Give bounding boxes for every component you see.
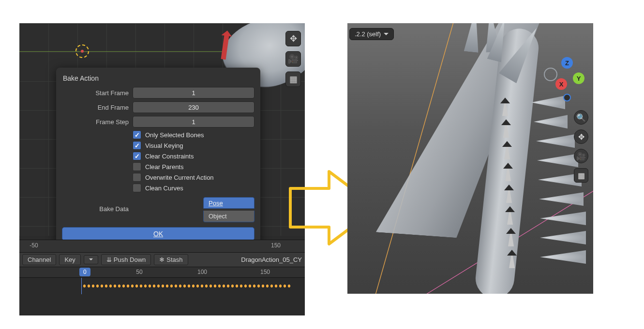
- gizmo-ring-icon: [544, 68, 557, 81]
- grid-toggle-icon[interactable]: ▦: [285, 72, 301, 87]
- right-screenshot: .2.2 (self) Z: [347, 23, 593, 294]
- pan-icon[interactable]: ✥: [574, 129, 588, 144]
- pan-icon[interactable]: ✥: [285, 31, 301, 46]
- keyframe-strip[interactable]: [19, 278, 305, 294]
- axis-y-button[interactable]: Y: [573, 72, 584, 84]
- snowflake-icon: ❄: [159, 256, 165, 263]
- keyframes[interactable]: [82, 284, 290, 288]
- channel-menu[interactable]: Channel: [22, 254, 56, 265]
- clear-parents-label: Clear Parents: [145, 163, 183, 171]
- frame-step-field[interactable]: 1: [133, 116, 255, 128]
- zoom-icon[interactable]: 🔍: [574, 110, 588, 125]
- axis-z-button[interactable]: Z: [561, 57, 573, 69]
- ruler-frames[interactable]: 0 50 100 150: [19, 267, 305, 278]
- ruler-tick: 100: [197, 269, 207, 275]
- bake-data-object-option[interactable]: Object: [203, 211, 255, 222]
- ruler-tick: 150: [260, 269, 270, 275]
- bake-data-label: Bake Data: [62, 205, 129, 213]
- action-editor-toolbar: Channel Key ⇊Push Down ❄Stash DragonActi…: [19, 253, 305, 267]
- clear-constraints-label: Clear Constraints: [145, 153, 194, 160]
- left-screenshot: ✥ 🎥 ▦ Bake Action Start Frame 1 End Fram…: [19, 23, 305, 315]
- stash-button[interactable]: ❄Stash: [154, 254, 188, 265]
- start-frame-label: Start Frame: [62, 89, 129, 97]
- cursor-3d-icon: [75, 44, 89, 58]
- chevron-down-icon: [89, 258, 93, 262]
- axis-neg-z-button[interactable]: [563, 94, 571, 101]
- key-menu[interactable]: Key: [59, 254, 80, 265]
- start-frame-field[interactable]: 1: [133, 87, 255, 99]
- action-name-field[interactable]: DragonAction_05_CY: [241, 256, 302, 263]
- visual-keying-checkbox[interactable]: [133, 141, 141, 150]
- end-frame-field[interactable]: 230: [133, 101, 255, 113]
- push-down-button[interactable]: ⇊Push Down: [101, 254, 151, 265]
- version-chip[interactable]: .2.2 (self): [349, 28, 394, 40]
- camera-view-icon[interactable]: 🎥: [574, 149, 588, 163]
- marker-menu[interactable]: [84, 255, 98, 264]
- bake-data-pose-option[interactable]: Pose: [203, 197, 255, 209]
- ruler-tick: -50: [30, 242, 38, 249]
- ok-button[interactable]: OK: [62, 227, 255, 241]
- version-label: .2.2 (self): [355, 30, 381, 38]
- push-down-icon: ⇊: [106, 256, 112, 263]
- only-selected-bones-label: Only Selected Bones: [145, 131, 204, 139]
- timeline-area: -50 150 Channel Key ⇊Push Down ❄Stash Dr…: [19, 240, 305, 315]
- ruler-top[interactable]: -50 150: [19, 240, 305, 253]
- axis-x-button[interactable]: X: [555, 78, 567, 90]
- chevron-down-icon: [384, 33, 389, 38]
- panel-title: Bake Action: [62, 73, 255, 87]
- clean-curves-label: Clean Curves: [145, 185, 183, 192]
- ruler-tick: 150: [271, 242, 281, 249]
- clear-constraints-checkbox[interactable]: [133, 152, 141, 160]
- only-selected-bones-checkbox[interactable]: [133, 130, 141, 139]
- ruler-tick: 50: [136, 269, 142, 275]
- channel-region[interactable]: [19, 294, 305, 315]
- visual-keying-label: Visual Keying: [145, 142, 183, 149]
- current-frame-badge[interactable]: 0: [79, 268, 90, 276]
- end-frame-label: End Frame: [62, 104, 129, 111]
- grid-toggle-icon[interactable]: ▦: [574, 168, 588, 183]
- overwrite-action-label: Overwrite Current Action: [145, 174, 214, 181]
- overwrite-action-checkbox[interactable]: [133, 173, 141, 182]
- clean-curves-checkbox[interactable]: [133, 184, 141, 192]
- camera-view-icon[interactable]: 🎥: [285, 51, 301, 67]
- playhead[interactable]: [81, 278, 82, 294]
- clear-parents-checkbox[interactable]: [133, 162, 141, 171]
- frame-step-label: Frame Step: [62, 118, 129, 126]
- bake-action-panel: Bake Action Start Frame 1 End Frame 230 …: [56, 68, 260, 244]
- nav-gizmo[interactable]: Z Y X: [542, 57, 584, 100]
